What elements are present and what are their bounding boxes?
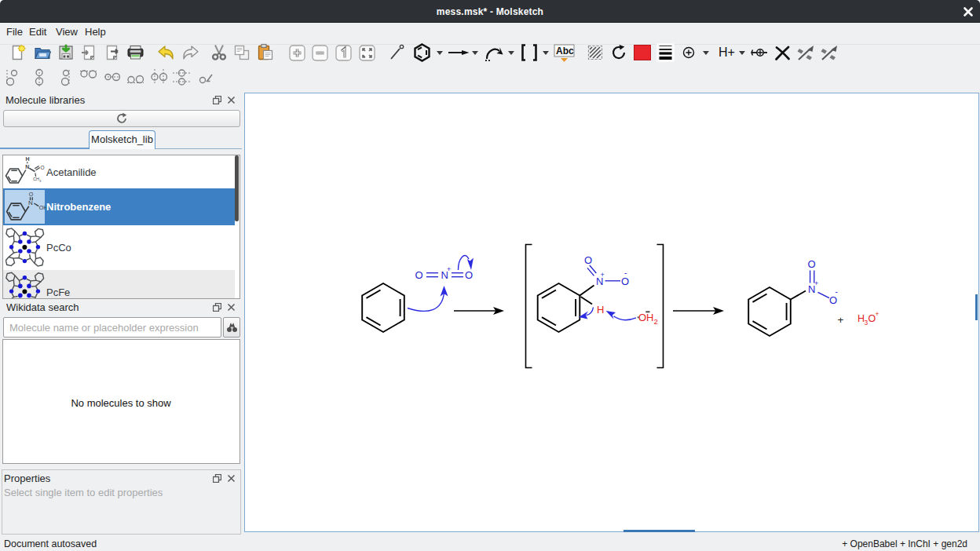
svg-text:N: N [25, 164, 29, 170]
svg-text:O: O [465, 269, 473, 281]
svg-text:+: + [814, 279, 818, 287]
svg-text:+: + [447, 265, 451, 273]
svg-text:-: - [624, 268, 627, 277]
svg-text:2: 2 [654, 317, 658, 326]
svg-text:O: O [29, 192, 34, 197]
svg-text:N: N [28, 199, 33, 206]
svg-text:H: H [597, 304, 604, 316]
svg-text:3: 3 [39, 179, 42, 183]
svg-text:+: + [838, 314, 844, 326]
svg-text:-: - [836, 287, 838, 296]
svg-text:O: O [584, 254, 592, 266]
svg-text:CH: CH [33, 177, 39, 181]
svg-text:H: H [26, 156, 30, 162]
svg-text:O: O [415, 269, 423, 281]
svg-text:O: O [808, 258, 816, 270]
svg-text:O: O [41, 165, 45, 170]
svg-text:OH: OH [638, 312, 654, 323]
svg-text:Abc: Abc [556, 46, 574, 57]
svg-text:+: + [601, 271, 605, 279]
svg-text:OH: OH [39, 205, 46, 210]
svg-text:+: + [876, 310, 879, 318]
svg-text:O: O [829, 294, 837, 306]
